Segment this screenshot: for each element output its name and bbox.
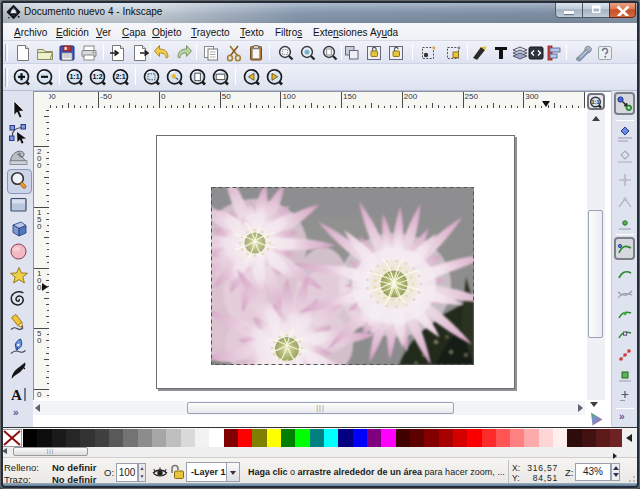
svg-text:A: A — [11, 387, 22, 403]
svg-text:2:1: 2:1 — [115, 73, 125, 80]
svg-text:1:1: 1:1 — [592, 99, 600, 105]
svg-text:1:2: 1:2 — [92, 73, 102, 80]
svg-text:1:1: 1:1 — [69, 73, 79, 80]
